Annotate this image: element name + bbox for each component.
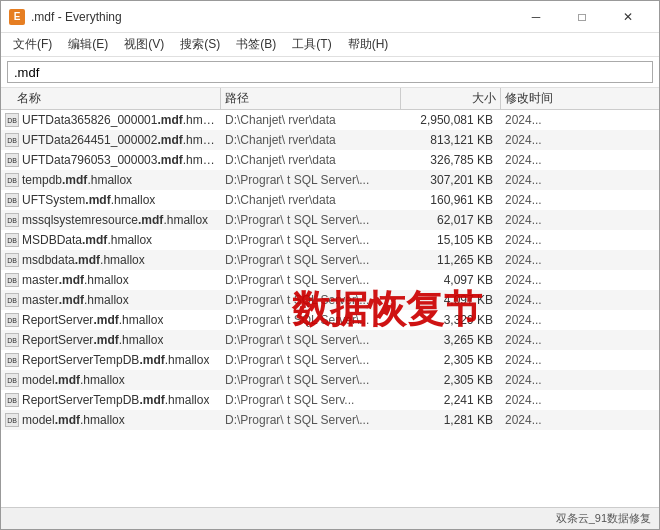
file-size-cell: 1,281 KB	[401, 413, 501, 427]
file-path-cell: D:\Prograr\ t SQL Server\...	[221, 413, 401, 427]
file-name-cell: DB UFTData365826_000001.mdf.hmallox	[1, 113, 221, 127]
file-icon: DB	[5, 113, 19, 127]
file-modified-cell: 2024...	[501, 213, 659, 227]
file-name-cell: DB UFTData264451_000002.mdf.hmallox	[1, 133, 221, 147]
table-row[interactable]: DB ReportServerTempDB.mdf.hmallox D:\Pro…	[1, 390, 659, 410]
file-modified-cell: 2024...	[501, 153, 659, 167]
menu-bar: 文件(F) 编辑(E) 视图(V) 搜索(S) 书签(B) 工具(T) 帮助(H…	[1, 33, 659, 57]
file-size-cell: 813,121 KB	[401, 133, 501, 147]
close-button[interactable]: ✕	[605, 1, 651, 33]
menu-bookmark[interactable]: 书签(B)	[228, 34, 284, 55]
file-icon: DB	[5, 193, 19, 207]
file-name-cell: DB model.mdf.hmallox	[1, 373, 221, 387]
app-icon: E	[9, 9, 25, 25]
file-path-cell: D:\Chanjet\ rver\data	[221, 133, 401, 147]
file-name-cell: DB mssqlsystemresource.mdf.hmallox	[1, 213, 221, 227]
menu-tools[interactable]: 工具(T)	[284, 34, 339, 55]
file-path-cell: D:\Chanjet\ rver\data	[221, 153, 401, 167]
file-icon: DB	[5, 373, 19, 387]
table-row[interactable]: DB mssqlsystemresource.mdf.hmallox D:\Pr…	[1, 210, 659, 230]
file-modified-cell: 2024...	[501, 293, 659, 307]
file-modified-cell: 2024...	[501, 333, 659, 347]
file-modified-cell: 2024...	[501, 313, 659, 327]
table-row[interactable]: DB model.mdf.hmallox D:\Prograr\ t SQL S…	[1, 370, 659, 390]
table-row[interactable]: DB master.mdf.hmallox D:\Prograr\ t SQL …	[1, 290, 659, 310]
search-input[interactable]	[7, 61, 653, 83]
col-header-path[interactable]: 路径	[221, 88, 401, 109]
file-path-cell: D:\Prograr\ t SQL Server\...	[221, 233, 401, 247]
table-row[interactable]: DB ReportServer.mdf.hmallox D:\Prograr\ …	[1, 310, 659, 330]
file-size-cell: 2,305 KB	[401, 353, 501, 367]
file-icon: DB	[5, 133, 19, 147]
file-icon: DB	[5, 173, 19, 187]
file-size-cell: 11,265 KB	[401, 253, 501, 267]
file-modified-cell: 2024...	[501, 233, 659, 247]
file-path-cell: D:\Prograr\ t SQL Server\...	[221, 313, 401, 327]
window-title: .mdf - Everything	[31, 10, 513, 24]
status-bar: 双条云_91数据修复	[1, 507, 659, 529]
file-path-cell: D:\Prograr\ t SQL Server\...	[221, 173, 401, 187]
table-row[interactable]: DB UFTSystem.mdf.hmallox D:\Chanjet\ rve…	[1, 190, 659, 210]
file-icon: DB	[5, 293, 19, 307]
col-header-name[interactable]: 名称	[1, 88, 221, 109]
file-name-cell: DB UFTSystem.mdf.hmallox	[1, 193, 221, 207]
menu-view[interactable]: 视图(V)	[116, 34, 172, 55]
file-name-cell: DB master.mdf.hmallox	[1, 273, 221, 287]
table-row[interactable]: DB model.mdf.hmallox D:\Prograr\ t SQL S…	[1, 410, 659, 430]
col-header-size[interactable]: 大小	[401, 88, 501, 109]
table-row[interactable]: DB msdbdata.mdf.hmallox D:\Prograr\ t SQ…	[1, 250, 659, 270]
file-modified-cell: 2024...	[501, 273, 659, 287]
file-icon: DB	[5, 213, 19, 227]
file-path-cell: D:\Chanjet\ rver\data	[221, 193, 401, 207]
file-icon: DB	[5, 353, 19, 367]
menu-edit[interactable]: 编辑(E)	[60, 34, 116, 55]
file-icon: DB	[5, 153, 19, 167]
file-size-cell: 2,241 KB	[401, 393, 501, 407]
table-row[interactable]: DB MSDBData.mdf.hmallox D:\Prograr\ t SQ…	[1, 230, 659, 250]
menu-search[interactable]: 搜索(S)	[172, 34, 228, 55]
file-name-cell: DB tempdb.mdf.hmallox	[1, 173, 221, 187]
file-modified-cell: 2024...	[501, 113, 659, 127]
col-header-modified[interactable]: 修改时间	[501, 88, 659, 109]
file-path-cell: D:\Prograr\ t SQL Server\...	[221, 353, 401, 367]
file-path-cell: D:\Prograr\ t SQL Server\...	[221, 293, 401, 307]
file-icon: DB	[5, 253, 19, 267]
table-row[interactable]: DB master.mdf.hmallox D:\Prograr\ t SQL …	[1, 270, 659, 290]
file-name-cell: DB ReportServerTempDB.mdf.hmallox	[1, 393, 221, 407]
file-path-cell: D:\Prograr\ t SQL Server\...	[221, 373, 401, 387]
table-row[interactable]: DB ReportServerTempDB.mdf.hmallox D:\Pro…	[1, 350, 659, 370]
file-modified-cell: 2024...	[501, 173, 659, 187]
file-modified-cell: 2024...	[501, 393, 659, 407]
file-size-cell: 3,329 KB	[401, 313, 501, 327]
file-path-cell: D:\Prograr\ t SQL Server\...	[221, 333, 401, 347]
file-path-cell: D:\Prograr\ t SQL Server\...	[221, 273, 401, 287]
file-size-cell: 3,265 KB	[401, 333, 501, 347]
table-row[interactable]: DB UFTData365826_000001.mdf.hmallox D:\C…	[1, 110, 659, 130]
file-name-cell: DB ReportServer.mdf.hmallox	[1, 313, 221, 327]
table-row[interactable]: DB UFTData796053_000003.mdf.hmallox D:\C…	[1, 150, 659, 170]
status-text: 双条云_91数据修复	[556, 511, 651, 526]
minimize-button[interactable]: ─	[513, 1, 559, 33]
search-bar	[1, 57, 659, 88]
file-icon: DB	[5, 233, 19, 247]
file-size-cell: 2,305 KB	[401, 373, 501, 387]
file-path-cell: D:\Prograr\ t SQL Server\...	[221, 253, 401, 267]
table-row[interactable]: DB ReportServer.mdf.hmallox D:\Prograr\ …	[1, 330, 659, 350]
file-modified-cell: 2024...	[501, 193, 659, 207]
file-size-cell: 15,105 KB	[401, 233, 501, 247]
file-size-cell: 160,961 KB	[401, 193, 501, 207]
file-name-cell: DB MSDBData.mdf.hmallox	[1, 233, 221, 247]
file-size-cell: 4,097 KB	[401, 273, 501, 287]
maximize-button[interactable]: □	[559, 1, 605, 33]
file-name-cell: DB master.mdf.hmallox	[1, 293, 221, 307]
file-size-cell: 307,201 KB	[401, 173, 501, 187]
file-modified-cell: 2024...	[501, 373, 659, 387]
column-headers: 名称 路径 大小 修改时间	[1, 88, 659, 110]
file-icon: DB	[5, 313, 19, 327]
file-modified-cell: 2024...	[501, 253, 659, 267]
menu-file[interactable]: 文件(F)	[5, 34, 60, 55]
table-row[interactable]: DB tempdb.mdf.hmallox D:\Prograr\ t SQL …	[1, 170, 659, 190]
table-row[interactable]: DB UFTData264451_000002.mdf.hmallox D:\C…	[1, 130, 659, 150]
menu-help[interactable]: 帮助(H)	[340, 34, 397, 55]
file-icon: DB	[5, 393, 19, 407]
